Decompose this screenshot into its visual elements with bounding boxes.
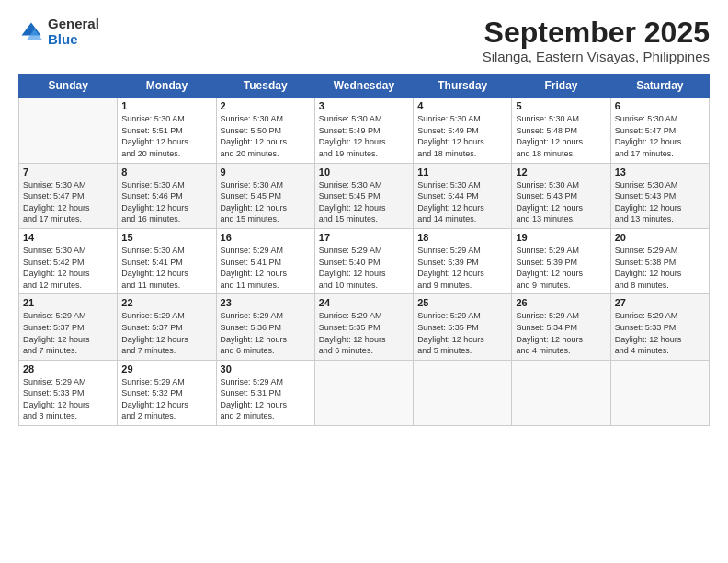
calendar-table: SundayMondayTuesdayWednesdayThursdayFrid…	[18, 74, 710, 426]
day-cell	[314, 360, 413, 425]
day-number: 24	[319, 297, 409, 308]
day-info: Sunrise: 5:30 AM Sunset: 5:46 PM Dayligh…	[121, 179, 211, 225]
col-header-saturday: Saturday	[610, 75, 709, 98]
day-info: Sunrise: 5:29 AM Sunset: 5:32 PM Dayligh…	[121, 376, 211, 422]
day-cell	[512, 360, 610, 425]
header-row: SundayMondayTuesdayWednesdayThursdayFrid…	[19, 75, 710, 98]
day-number: 15	[121, 232, 211, 243]
day-number: 5	[516, 100, 606, 111]
day-cell: 4Sunrise: 5:30 AM Sunset: 5:49 PM Daylig…	[414, 98, 512, 163]
day-number: 23	[221, 297, 311, 308]
day-number: 30	[221, 363, 311, 374]
day-number: 14	[23, 232, 113, 243]
day-number: 27	[615, 297, 705, 308]
day-cell: 20Sunrise: 5:29 AM Sunset: 5:38 PM Dayli…	[610, 228, 709, 293]
logo-icon	[18, 19, 44, 45]
day-number: 6	[615, 100, 705, 111]
page: General Blue September 2025 Silanga, Eas…	[0, 0, 728, 563]
day-cell: 14Sunrise: 5:30 AM Sunset: 5:42 PM Dayli…	[19, 228, 118, 293]
day-info: Sunrise: 5:29 AM Sunset: 5:34 PM Dayligh…	[516, 310, 606, 356]
day-cell: 9Sunrise: 5:30 AM Sunset: 5:45 PM Daylig…	[216, 163, 314, 228]
day-cell: 6Sunrise: 5:30 AM Sunset: 5:47 PM Daylig…	[610, 98, 709, 163]
day-cell	[610, 360, 709, 425]
day-cell: 23Sunrise: 5:29 AM Sunset: 5:36 PM Dayli…	[216, 294, 314, 360]
week-row-4: 21Sunrise: 5:29 AM Sunset: 5:37 PM Dayli…	[19, 294, 710, 360]
day-number: 11	[417, 167, 507, 178]
day-number: 16	[221, 232, 311, 243]
col-header-monday: Monday	[118, 75, 216, 98]
day-cell: 25Sunrise: 5:29 AM Sunset: 5:35 PM Dayli…	[414, 294, 512, 360]
day-info: Sunrise: 5:30 AM Sunset: 5:50 PM Dayligh…	[221, 113, 311, 159]
day-info: Sunrise: 5:30 AM Sunset: 5:47 PM Dayligh…	[615, 113, 705, 159]
day-number: 25	[417, 297, 507, 308]
day-number: 19	[516, 232, 606, 243]
col-header-wednesday: Wednesday	[314, 75, 413, 98]
day-info: Sunrise: 5:30 AM Sunset: 5:43 PM Dayligh…	[516, 179, 606, 225]
day-number: 26	[516, 297, 606, 308]
day-info: Sunrise: 5:30 AM Sunset: 5:47 PM Dayligh…	[23, 179, 113, 225]
day-cell: 1Sunrise: 5:30 AM Sunset: 5:51 PM Daylig…	[118, 98, 216, 163]
day-cell	[19, 98, 118, 163]
day-info: Sunrise: 5:29 AM Sunset: 5:35 PM Dayligh…	[319, 310, 409, 356]
day-info: Sunrise: 5:30 AM Sunset: 5:51 PM Dayligh…	[121, 113, 211, 159]
day-cell: 16Sunrise: 5:29 AM Sunset: 5:41 PM Dayli…	[216, 228, 314, 293]
col-header-friday: Friday	[512, 75, 610, 98]
day-info: Sunrise: 5:29 AM Sunset: 5:33 PM Dayligh…	[23, 376, 113, 422]
day-info: Sunrise: 5:30 AM Sunset: 5:43 PM Dayligh…	[615, 179, 705, 225]
day-cell: 10Sunrise: 5:30 AM Sunset: 5:45 PM Dayli…	[314, 163, 413, 228]
day-number: 9	[221, 167, 311, 178]
day-info: Sunrise: 5:30 AM Sunset: 5:41 PM Dayligh…	[121, 245, 211, 291]
logo-text: General Blue	[48, 17, 99, 47]
day-info: Sunrise: 5:29 AM Sunset: 5:38 PM Dayligh…	[615, 245, 705, 291]
col-header-sunday: Sunday	[19, 75, 118, 98]
day-info: Sunrise: 5:30 AM Sunset: 5:49 PM Dayligh…	[319, 113, 409, 159]
week-row-1: 1Sunrise: 5:30 AM Sunset: 5:51 PM Daylig…	[19, 98, 710, 163]
day-info: Sunrise: 5:30 AM Sunset: 5:45 PM Dayligh…	[319, 179, 409, 225]
day-info: Sunrise: 5:29 AM Sunset: 5:36 PM Dayligh…	[221, 310, 311, 356]
day-cell: 29Sunrise: 5:29 AM Sunset: 5:32 PM Dayli…	[118, 360, 216, 425]
day-cell	[414, 360, 512, 425]
day-info: Sunrise: 5:29 AM Sunset: 5:37 PM Dayligh…	[121, 310, 211, 356]
day-info: Sunrise: 5:30 AM Sunset: 5:48 PM Dayligh…	[516, 113, 606, 159]
day-cell: 12Sunrise: 5:30 AM Sunset: 5:43 PM Dayli…	[512, 163, 610, 228]
day-info: Sunrise: 5:29 AM Sunset: 5:31 PM Dayligh…	[221, 376, 311, 422]
day-cell: 18Sunrise: 5:29 AM Sunset: 5:39 PM Dayli…	[414, 228, 512, 293]
day-number: 10	[319, 167, 409, 178]
week-row-5: 28Sunrise: 5:29 AM Sunset: 5:33 PM Dayli…	[19, 360, 710, 425]
day-info: Sunrise: 5:29 AM Sunset: 5:41 PM Dayligh…	[221, 245, 311, 291]
day-cell: 17Sunrise: 5:29 AM Sunset: 5:40 PM Dayli…	[314, 228, 413, 293]
logo: General Blue	[18, 17, 99, 47]
subtitle: Silanga, Eastern Visayas, Philippines	[483, 49, 710, 64]
day-number: 1	[121, 100, 211, 111]
day-number: 29	[121, 363, 211, 374]
day-cell: 7Sunrise: 5:30 AM Sunset: 5:47 PM Daylig…	[19, 163, 118, 228]
logo-blue: Blue	[48, 32, 99, 48]
day-cell: 8Sunrise: 5:30 AM Sunset: 5:46 PM Daylig…	[118, 163, 216, 228]
week-row-3: 14Sunrise: 5:30 AM Sunset: 5:42 PM Dayli…	[19, 228, 710, 293]
day-number: 28	[23, 363, 113, 374]
day-number: 21	[23, 297, 113, 308]
day-number: 13	[615, 167, 705, 178]
day-number: 8	[121, 167, 211, 178]
day-cell: 24Sunrise: 5:29 AM Sunset: 5:35 PM Dayli…	[314, 294, 413, 360]
day-number: 3	[319, 100, 409, 111]
day-number: 20	[615, 232, 705, 243]
col-header-thursday: Thursday	[414, 75, 512, 98]
day-cell: 11Sunrise: 5:30 AM Sunset: 5:44 PM Dayli…	[414, 163, 512, 228]
header: General Blue September 2025 Silanga, Eas…	[18, 17, 710, 64]
day-info: Sunrise: 5:29 AM Sunset: 5:39 PM Dayligh…	[417, 245, 507, 291]
day-cell: 15Sunrise: 5:30 AM Sunset: 5:41 PM Dayli…	[118, 228, 216, 293]
day-info: Sunrise: 5:30 AM Sunset: 5:45 PM Dayligh…	[221, 179, 311, 225]
col-header-tuesday: Tuesday	[216, 75, 314, 98]
day-info: Sunrise: 5:29 AM Sunset: 5:40 PM Dayligh…	[319, 245, 409, 291]
main-title: September 2025	[483, 17, 710, 49]
day-number: 4	[417, 100, 507, 111]
day-info: Sunrise: 5:29 AM Sunset: 5:33 PM Dayligh…	[615, 310, 705, 356]
day-info: Sunrise: 5:30 AM Sunset: 5:42 PM Dayligh…	[23, 245, 113, 291]
day-number: 12	[516, 167, 606, 178]
day-cell: 30Sunrise: 5:29 AM Sunset: 5:31 PM Dayli…	[216, 360, 314, 425]
day-number: 17	[319, 232, 409, 243]
day-info: Sunrise: 5:29 AM Sunset: 5:37 PM Dayligh…	[23, 310, 113, 356]
day-cell: 19Sunrise: 5:29 AM Sunset: 5:39 PM Dayli…	[512, 228, 610, 293]
week-row-2: 7Sunrise: 5:30 AM Sunset: 5:47 PM Daylig…	[19, 163, 710, 228]
